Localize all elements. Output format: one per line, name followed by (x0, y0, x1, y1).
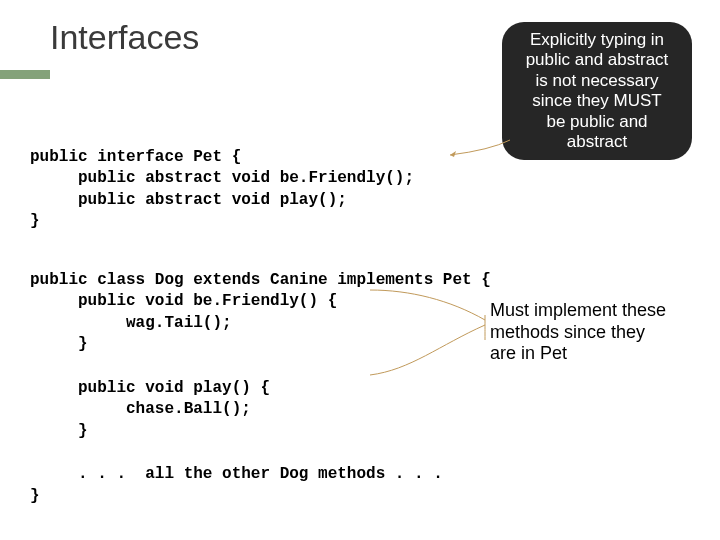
code-line: . . . all the other Dog methods . . . (30, 465, 443, 483)
code-line: public interface Pet { (30, 148, 241, 166)
accent-bar (0, 70, 50, 79)
code-line: public class Dog extends Canine implemen… (30, 271, 491, 289)
code-line: public abstract void play(); (30, 191, 347, 209)
code-line: public void play() { (30, 379, 270, 397)
callout-line: public and abstract (516, 50, 678, 70)
code-line: } (30, 335, 88, 353)
code-line: } (30, 487, 40, 505)
callout-line: Explicitly typing in (516, 30, 678, 50)
callout-line: since they MUST (516, 91, 678, 111)
code-block-class: public class Dog extends Canine implemen… (30, 248, 491, 507)
code-line: } (30, 422, 88, 440)
callout-line: is not necessary (516, 71, 678, 91)
annotation-must-implement: Must implement these methods since they … (490, 300, 700, 365)
code-line: wag.Tail(); (30, 314, 232, 332)
annotation-line: methods since they (490, 322, 700, 344)
callout-line: be public and (516, 112, 678, 132)
code-line: chase.Ball(); (30, 400, 251, 418)
annotation-line: Must implement these (490, 300, 700, 322)
callout-line: abstract (516, 132, 678, 152)
code-block-interface: public interface Pet { public abstract v… (30, 125, 414, 233)
code-line: public abstract void be.Friendly(); (30, 169, 414, 187)
annotation-line: are in Pet (490, 343, 700, 365)
code-line: } (30, 212, 40, 230)
code-line: public void be.Friendly() { (30, 292, 337, 310)
callout-public-abstract: Explicitly typing in public and abstract… (502, 22, 692, 160)
